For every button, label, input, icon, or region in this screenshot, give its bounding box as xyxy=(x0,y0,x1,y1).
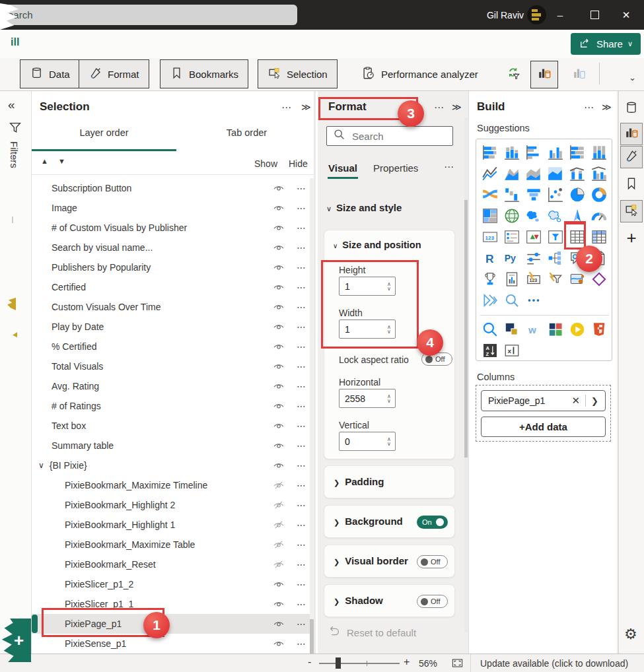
tab-tab-order[interactable]: Tab order xyxy=(176,127,318,138)
card-shadow[interactable]: ❯ShadowOff xyxy=(324,584,455,617)
layer-item-subscription-button[interactable]: Subscription Button⋯ xyxy=(32,178,314,198)
zoom-out-button[interactable]: - xyxy=(308,656,311,668)
visual-icon-100-stacked-area-chart[interactable] xyxy=(544,163,566,184)
visibility-eye-icon[interactable] xyxy=(273,618,287,630)
visual-icon-line-and-clustered-column-chart[interactable] xyxy=(588,163,610,184)
visibility-eye-icon[interactable] xyxy=(273,301,287,313)
reset-to-default-button[interactable]: Reset to default xyxy=(327,624,416,641)
visibility-eye-icon[interactable] xyxy=(273,222,287,234)
field-chip-pixiepage-p1[interactable]: PixiePage_p1 ✕ ❯ xyxy=(481,390,606,411)
zoom-level[interactable]: 56% xyxy=(419,658,437,669)
visual-icon-matrix[interactable] xyxy=(588,226,610,248)
build-visual-toggle-button[interactable] xyxy=(530,61,558,88)
fit-to-page-icon[interactable] xyxy=(451,657,464,672)
chevron-down-icon[interactable]: ∨ xyxy=(32,461,44,470)
visual-icon-ribbon-chart[interactable] xyxy=(479,184,501,205)
layer-item-publishers-by-popularity[interactable]: Publishers by Popularity⋯ xyxy=(32,257,314,277)
build-pane-button[interactable] xyxy=(620,123,643,145)
visual-icon-quick-measure-visual[interactable] xyxy=(544,269,566,290)
visual-icon-clustered-bar-chart[interactable] xyxy=(522,142,544,163)
zoom-in-button[interactable]: + xyxy=(404,656,410,668)
visual-icon-funnel-chart[interactable] xyxy=(522,184,544,205)
visual-icon-100-stacked-column-chart[interactable] xyxy=(588,142,610,163)
stepper-arrows-icon[interactable]: ∧∨ xyxy=(383,325,395,334)
visual-icon-search-visual[interactable] xyxy=(479,319,501,340)
width-stepper[interactable]: 1 ∧∨ xyxy=(339,319,396,339)
maximize-button[interactable] xyxy=(579,0,610,30)
visual-icon-more-visuals[interactable] xyxy=(522,290,544,311)
visual-icon-line-chart[interactable] xyxy=(479,163,501,184)
visibility-eye-icon[interactable] xyxy=(273,400,287,412)
update-available-link[interactable]: Update available (click to download) xyxy=(480,658,628,669)
layer-item-summary-table[interactable]: Summary table⋯ xyxy=(32,436,314,455)
stepper-arrows-icon[interactable]: ∧∨ xyxy=(383,282,395,291)
sync-slicers-button[interactable] xyxy=(499,61,527,88)
visibility-eye-icon[interactable] xyxy=(273,578,287,590)
bookmarks-pane-button[interactable] xyxy=(620,174,643,196)
layer-item-pixieslicer-p1-1[interactable]: PixieSlicer_p1_1⋯ xyxy=(32,594,314,614)
visual-icon-area-chart[interactable] xyxy=(501,163,522,184)
ribbon-button-selection[interactable]: Selection xyxy=(258,59,338,88)
ribbon-button-bookmarks[interactable]: Bookmarks xyxy=(160,59,248,88)
format-pane-more-icon[interactable]: ⋯ xyxy=(434,102,445,114)
format-scrollbar-thumb[interactable] xyxy=(464,200,468,457)
layer-item-pixiebookmark-maximize-timeline[interactable]: PixieBookmark_Maximize Timeline⋯ xyxy=(32,475,314,495)
layer-item-total-visuals[interactable]: Total Visuals⋯ xyxy=(32,356,314,376)
visual-icon-explore-visual[interactable] xyxy=(501,290,522,311)
layer-item-pixieslicer-p1-2[interactable]: PixieSlicer_p1_2⋯ xyxy=(32,574,314,594)
share-button[interactable]: Share ∨ xyxy=(571,33,641,55)
selection-scrollbar-thumb[interactable] xyxy=(310,619,314,654)
format-scrollbar[interactable] xyxy=(464,118,468,632)
selection-pane-more-icon[interactable]: ⋯ xyxy=(281,102,292,114)
user-avatar[interactable] xyxy=(527,5,546,24)
layer-item-pixiebookmark-maximize-table[interactable]: PixieBookmark_Maximize Table⋯ xyxy=(32,535,314,554)
section-size-and-position[interactable]: ∨Size and position xyxy=(333,240,421,250)
layer-item-certified[interactable]: Certified⋯ xyxy=(32,277,314,297)
selection-scrollbar[interactable] xyxy=(310,178,314,654)
visual-icon-map[interactable] xyxy=(501,205,522,226)
visibility-eye-icon[interactable] xyxy=(273,281,287,293)
visual-icon-stacked-bar-chart[interactable] xyxy=(479,142,501,163)
move-layer-down-button[interactable]: ▼ xyxy=(58,157,65,165)
visual-icon-kpi[interactable] xyxy=(522,226,544,248)
visual-icon-table[interactable] xyxy=(566,226,588,248)
visibility-eye-icon[interactable] xyxy=(273,341,287,353)
add-data-button[interactable]: +Add data xyxy=(481,417,606,437)
visual-border-toggle[interactable]: Off xyxy=(417,555,448,568)
visual-icon-azure-map[interactable] xyxy=(566,205,588,226)
visibility-hidden-icon[interactable] xyxy=(273,539,287,551)
format-search-box[interactable] xyxy=(326,126,453,146)
visual-icon-shape-map[interactable] xyxy=(544,205,566,226)
layer-item-pixiebookmark-highlight-2[interactable]: PixieBookmark_Highlight 2⋯ xyxy=(32,495,314,515)
close-button[interactable]: ✕ xyxy=(611,0,641,30)
visual-icon-stacked-column-chart[interactable] xyxy=(501,142,522,163)
format-tabs-more-icon[interactable]: ⋯ xyxy=(444,161,454,173)
visibility-eye-icon[interactable] xyxy=(273,182,287,194)
stepper-arrows-icon[interactable]: ∧∨ xyxy=(383,437,395,446)
layer-item--of-custom-visuals-by-publisher[interactable]: # of Custom Visuals by Publisher⋯ xyxy=(32,218,314,238)
visibility-eye-icon[interactable] xyxy=(273,598,287,610)
horizontal-stepper[interactable]: 2558 ∧∨ xyxy=(339,389,396,408)
visual-icon-multi-row-card[interactable] xyxy=(501,226,522,248)
layer-item-avg-rating[interactable]: Avg. Rating⋯ xyxy=(32,376,314,396)
visual-icon-report-page-visual[interactable] xyxy=(501,269,522,290)
visual-icon-text-search-slicer-visual[interactable]: AZ xyxy=(479,340,501,361)
visibility-hidden-icon[interactable] xyxy=(273,499,287,511)
visibility-eye-icon[interactable] xyxy=(273,638,287,650)
settings-gear-icon[interactable]: ⚙ xyxy=(624,626,637,643)
section-size-and-style[interactable]: ∨Size and style xyxy=(326,202,402,213)
visual-icon-metrics-visual[interactable] xyxy=(479,269,501,290)
visibility-hidden-icon[interactable] xyxy=(273,558,287,570)
show-all-button[interactable]: Show xyxy=(254,158,277,169)
card-visual-border[interactable]: ❯Visual borderOff xyxy=(324,545,455,578)
move-layer-up-button[interactable]: ▲ xyxy=(41,157,48,165)
visibility-hidden-icon[interactable] xyxy=(273,519,287,531)
collapse-ribbon-icon[interactable]: ⌄ xyxy=(629,73,636,83)
visual-icon-word-cloud-visual[interactable]: w xyxy=(522,319,544,340)
card-padding[interactable]: ❯Padding xyxy=(324,465,455,498)
field-options-icon[interactable]: ❯ xyxy=(586,396,605,406)
visual-icon-python-visual[interactable]: Py xyxy=(501,248,522,269)
layer-item--bi-pixie-[interactable]: ∨{BI Pixie}⋯ xyxy=(32,455,314,475)
visual-icon-arcgis-map-visual[interactable] xyxy=(566,269,588,290)
performance-analyzer-button[interactable]: Performance analyzer xyxy=(352,59,487,88)
